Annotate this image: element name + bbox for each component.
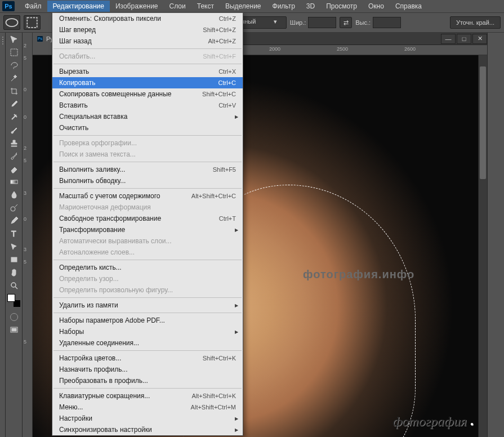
swap-dimensions-icon[interactable]: ⇄ [340, 17, 352, 28]
crop-tool[interactable] [7, 84, 21, 97]
menu-item-назначить-профиль-[interactable]: Назначить профиль... [52, 364, 243, 375]
window-minimize-button[interactable]: — [441, 34, 456, 44]
width-input[interactable] [308, 17, 336, 28]
menu-файл[interactable]: Файл [19, 1, 47, 12]
menu-item-shortcut: Ctrl+X [218, 68, 236, 75]
gradient-tool[interactable] [7, 175, 21, 188]
menu-item-label: Выполнить обводку... [59, 177, 126, 185]
ruler-tick: 5 [24, 158, 26, 163]
menu-item-shortcut: Shift+Ctrl+C [202, 91, 236, 97]
menu-item-меню-[interactable]: Меню...Alt+Shift+Ctrl+M [52, 402, 243, 413]
history-brush-tool[interactable] [7, 149, 21, 162]
menu-item-наборы[interactable]: Наборы [52, 326, 243, 337]
menu-item-shortcut: Ctrl+Z [219, 15, 236, 22]
menu-separator [53, 388, 242, 389]
vertical-scrollbar[interactable] [478, 55, 487, 437]
rectangle-tool[interactable] [7, 253, 21, 266]
menu-item-очистить[interactable]: Очистить [52, 122, 243, 133]
menu-item-удаленные-соединения-[interactable]: Удаленные соединения... [52, 337, 243, 349]
menu-item-настройки[interactable]: Настройки [52, 413, 243, 424]
menu-item-преобразовать-в-профиль-[interactable]: Преобразовать в профиль... [52, 375, 243, 386]
menu-separator [53, 350, 242, 351]
scrollbar-thumb[interactable] [480, 66, 486, 179]
move-tool[interactable] [7, 33, 21, 46]
menu-item-копировать[interactable]: КопироватьCtrl+C [52, 77, 243, 88]
svg-text:T: T [11, 229, 16, 238]
menu-item-настройка-цветов-[interactable]: Настройка цветов...Shift+Ctrl+K [52, 353, 243, 364]
zoom-tool[interactable] [7, 279, 21, 292]
menu-item-label: Шаг назад [59, 37, 92, 45]
svg-point-7 [11, 283, 16, 287]
hand-tool[interactable] [7, 266, 21, 279]
healing-tool[interactable] [7, 110, 21, 123]
menu-item-выполнить-обводку-[interactable]: Выполнить обводку... [52, 175, 243, 186]
stamp-tool[interactable] [7, 136, 21, 149]
ruler-tick: 5 [24, 259, 26, 265]
menu-item-вырезать[interactable]: ВырезатьCtrl+X [52, 66, 243, 77]
menu-изображение[interactable]: Изображение [110, 1, 164, 12]
ruler-tick: 2500 [337, 46, 348, 52]
menu-item-специальная-вставка[interactable]: Специальная вставка [52, 111, 243, 122]
brush-tool[interactable] [7, 123, 21, 136]
menu-просмотр[interactable]: Просмотр [320, 1, 363, 12]
signature-watermark: фотография [393, 414, 474, 429]
menu-item-трансформирование[interactable]: Трансформирование [52, 224, 243, 235]
color-swatches[interactable] [7, 294, 21, 307]
app-logo: Ps [2, 1, 15, 11]
menu-item-shortcut: Shift+Ctrl+Z [203, 26, 236, 33]
eyedropper-tool[interactable] [7, 97, 21, 110]
screen-mode-button[interactable] [7, 323, 21, 336]
menu-выделение[interactable]: Выделение [220, 1, 267, 12]
menu-item-label: Автоматически выравнивать слои... [59, 237, 172, 245]
selection-mode-new-icon[interactable] [24, 15, 41, 30]
menu-item-label: Определить произвольную фигуру... [59, 286, 173, 294]
menu-слои[interactable]: Слои [164, 1, 191, 12]
height-input[interactable] [373, 17, 401, 28]
menu-фильтр[interactable]: Фильтр [267, 1, 301, 12]
panel-dock[interactable] [487, 33, 504, 437]
menu-item-определить-кисть-[interactable]: Определить кисть... [52, 262, 243, 273]
window-close-button[interactable]: ✕ [472, 34, 487, 44]
menu-item-шаг-вперед[interactable]: Шаг впередShift+Ctrl+Z [52, 24, 243, 35]
menu-item-удалить-из-памяти[interactable]: Удалить из памяти [52, 300, 243, 311]
menu-item-масштаб-с-учетом-содержимого[interactable]: Масштаб с учетом содержимогоAlt+Shift+Ct… [52, 190, 243, 202]
menu-редактирование[interactable]: Редактирование [47, 1, 110, 12]
ruler-tick: 5 [24, 55, 26, 61]
window-maximize-button[interactable]: □ [457, 34, 471, 44]
menu-текст[interactable]: Текст [191, 1, 220, 12]
menu-item-шаг-назад[interactable]: Шаг назадAlt+Ctrl+Z [52, 35, 243, 47]
menu-3d[interactable]: 3D [301, 1, 320, 12]
type-tool[interactable]: T [7, 227, 21, 240]
path-select-tool[interactable] [7, 240, 21, 253]
blur-tool[interactable] [7, 188, 21, 201]
magic-wand-tool[interactable] [7, 72, 21, 84]
menu-item-выполнить-заливку-[interactable]: Выполнить заливку...Shift+F5 [52, 164, 243, 175]
menu-справка[interactable]: Справка [390, 1, 427, 12]
quick-mask-button[interactable] [8, 311, 20, 323]
menu-item-скопировать-совмещенные-данные[interactable]: Скопировать совмещенные данныеShift+Ctrl… [52, 88, 243, 100]
menu-item-наборы-параметров-adobe-pdf-[interactable]: Наборы параметров Adobe PDF... [52, 315, 243, 326]
menu-окно[interactable]: Окно [363, 1, 390, 12]
dodge-tool[interactable] [7, 201, 21, 214]
menu-item-shortcut: Alt+Shift+Ctrl+C [191, 193, 236, 199]
toolbox-handle[interactable] [0, 33, 6, 437]
lasso-tool[interactable] [7, 59, 21, 72]
menu-item-вставить[interactable]: ВставитьCtrl+V [52, 100, 243, 111]
menu-item-определить-узор-: Определить узор... [52, 273, 243, 284]
menu-item-shortcut: Ctrl+T [219, 215, 236, 222]
eraser-tool[interactable] [7, 162, 21, 175]
ruler-tick: 2000 [269, 46, 280, 52]
menu-item-отменить-скопировать-пиксели[interactable]: Отменить: Скопировать пикселиCtrl+Z [52, 13, 243, 24]
marquee-tool[interactable] [7, 46, 21, 59]
refine-edge-button[interactable]: Уточн. край... [450, 16, 501, 29]
menu-item-label: Настройки [59, 414, 92, 422]
ruler-tick: 0 [24, 216, 26, 222]
menu-item-клавиатурные-сокращения-[interactable]: Клавиатурные сокращения...Alt+Shift+Ctrl… [52, 390, 243, 402]
menu-item-синхронизировать-настройки[interactable]: Синхронизировать настройки [52, 424, 243, 435]
menu-item-label: Отменить: Скопировать пиксели [59, 15, 161, 23]
menu-item-label: Автоналожение слоев... [59, 248, 135, 256]
tool-preset-icon[interactable] [3, 15, 20, 30]
ruler-tick: 2600 [404, 46, 416, 52]
menu-item-свободное-трансформирование[interactable]: Свободное трансформированиеCtrl+T [52, 213, 243, 224]
pen-tool[interactable] [7, 214, 21, 227]
